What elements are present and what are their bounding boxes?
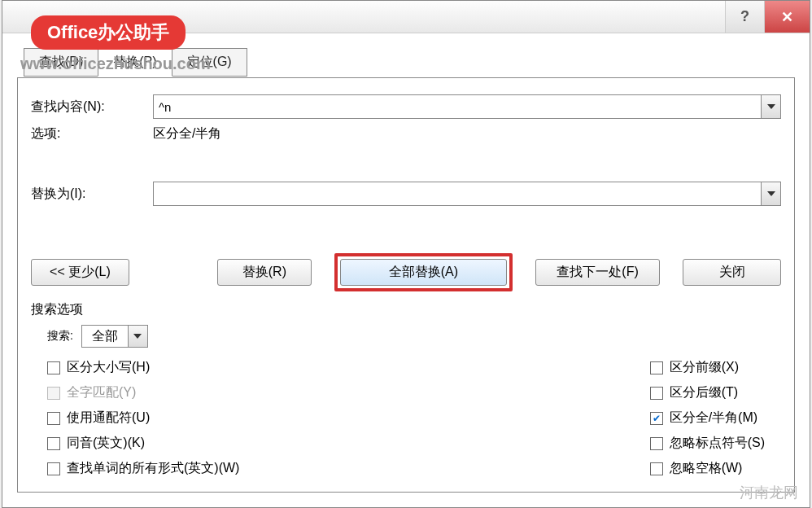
options-col-left: 区分大小写(H) 全字匹配(Y) 使用通配符(U) 同音(英文)(K) 查找单词…: [47, 359, 239, 477]
options-grid: 区分大小写(H) 全字匹配(Y) 使用通配符(U) 同音(英文)(K) 查找单词…: [47, 359, 765, 477]
search-direction-row: 搜索: 全部: [47, 325, 781, 348]
search-options-group-label: 搜索选项: [31, 301, 781, 318]
checkbox-whole-word: 全字匹配(Y): [47, 384, 239, 401]
checkbox-icon: [47, 361, 60, 374]
checkbox-icon: [47, 387, 60, 400]
search-direction-label: 搜索:: [47, 329, 73, 344]
help-button[interactable]: ?: [725, 1, 764, 33]
button-row: << 更少(L) 替换(R) 全部替换(A) 查找下一处(F) 关闭: [31, 253, 781, 291]
replace-input[interactable]: [154, 182, 761, 205]
checkbox-icon: [650, 437, 663, 450]
find-next-button[interactable]: 查找下一处(F): [535, 259, 660, 286]
watermark-badge: Office办公助手: [31, 15, 186, 50]
replace-button[interactable]: 替换(R): [217, 259, 312, 286]
search-direction-value: 全部: [82, 328, 128, 345]
checkbox-ignore-space[interactable]: 忽略空格(W): [650, 460, 765, 477]
checkbox-label: 区分后缀(T): [670, 384, 738, 401]
checkbox-icon: [650, 387, 663, 400]
options-label: 选项:: [31, 125, 153, 142]
checkbox-label: 查找单词的所有形式(英文)(W): [67, 460, 239, 477]
find-input-combo[interactable]: [153, 94, 781, 119]
checkbox-match-width[interactable]: ✔ 区分全/半角(M): [650, 409, 765, 427]
replace-row: 替换为(I):: [31, 182, 781, 206]
checkbox-match-suffix[interactable]: 区分后缀(T): [650, 384, 765, 401]
checkbox-wildcards[interactable]: 使用通配符(U): [47, 409, 239, 427]
dialog-panel: 查找内容(N): 选项: 区分全/半角 替换为(I): << 更少(L) 替换(…: [17, 77, 795, 493]
checkbox-word-forms[interactable]: 查找单词的所有形式(英文)(W): [47, 460, 239, 477]
checkbox-label: 使用通配符(U): [67, 409, 150, 427]
highlight-replaceall: 全部替换(A): [334, 253, 513, 291]
checkbox-icon: [47, 462, 60, 475]
find-row: 查找内容(N):: [31, 94, 781, 119]
less-button[interactable]: << 更少(L): [31, 259, 129, 286]
watermark-footer: 河南龙网: [740, 483, 798, 502]
checkbox-icon: [47, 437, 60, 450]
checkbox-label: 区分大小写(H): [67, 359, 150, 376]
checkbox-icon: ✔: [650, 412, 663, 425]
search-direction-select[interactable]: 全部: [81, 325, 148, 348]
checkbox-label: 区分前缀(X): [670, 359, 739, 376]
watermark-url: www.officezhushou.com: [20, 55, 211, 73]
checkbox-match-prefix[interactable]: 区分前缀(X): [650, 359, 765, 376]
options-value: 区分全/半角: [153, 125, 221, 142]
find-input[interactable]: [154, 95, 761, 118]
checkbox-icon: [47, 412, 60, 425]
close-button[interactable]: 关闭: [683, 259, 781, 286]
checkbox-icon: [650, 361, 663, 374]
checkbox-label: 忽略标点符号(S): [670, 435, 765, 452]
options-col-right: 区分前缀(X) 区分后缀(T) ✔ 区分全/半角(M) 忽略标点符号(S) 忽略…: [650, 359, 765, 477]
options-row: 选项: 区分全/半角: [31, 125, 781, 142]
checkbox-match-case[interactable]: 区分大小写(H): [47, 359, 239, 376]
replace-all-button[interactable]: 全部替换(A): [340, 259, 507, 286]
checkbox-icon: [650, 462, 663, 475]
window-close-button[interactable]: ✕: [764, 1, 810, 33]
checkbox-sounds-like[interactable]: 同音(英文)(K): [47, 435, 239, 452]
checkbox-label: 全字匹配(Y): [67, 384, 136, 401]
find-replace-dialog: ? ✕ Office办公助手 www.officezhushou.com 查找(…: [2, 0, 810, 508]
search-direction-arrow[interactable]: [128, 326, 147, 347]
checkbox-label: 区分全/半角(M): [670, 409, 757, 427]
replace-label: 替换为(I):: [31, 186, 153, 203]
checkbox-label: 同音(英文)(K): [67, 435, 145, 452]
find-dropdown-arrow[interactable]: [761, 95, 780, 118]
find-label: 查找内容(N):: [31, 99, 153, 116]
replace-input-combo[interactable]: [153, 182, 781, 206]
replace-dropdown-arrow[interactable]: [761, 182, 780, 205]
checkbox-ignore-punct[interactable]: 忽略标点符号(S): [650, 435, 765, 452]
checkbox-label: 忽略空格(W): [670, 460, 743, 477]
